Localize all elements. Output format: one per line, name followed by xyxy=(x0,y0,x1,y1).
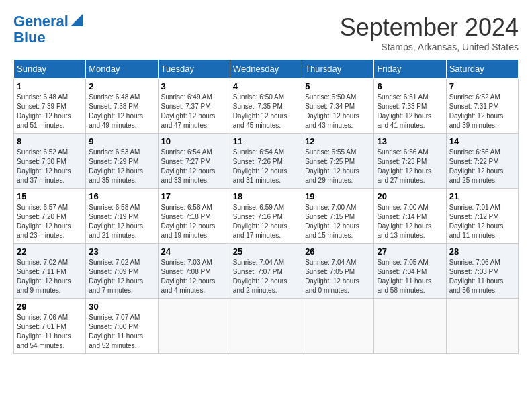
day-number: 22 xyxy=(17,246,83,257)
day-number: 2 xyxy=(89,81,154,91)
table-row xyxy=(374,299,446,354)
day-info: Sunrise: 6:56 AM Sunset: 7:23 PM Dayligh… xyxy=(377,148,443,185)
table-row: 20Sunrise: 7:00 AM Sunset: 7:14 PM Dayli… xyxy=(374,189,446,244)
day-info: Sunrise: 6:48 AM Sunset: 7:38 PM Dayligh… xyxy=(89,93,154,130)
day-number: 26 xyxy=(305,246,371,257)
day-number: 13 xyxy=(377,136,443,146)
day-number: 30 xyxy=(89,302,154,312)
day-number: 16 xyxy=(89,191,154,201)
col-saturday: Saturday xyxy=(446,60,518,79)
day-info: Sunrise: 6:50 AM Sunset: 7:35 PM Dayligh… xyxy=(233,93,299,130)
table-row: 21Sunrise: 7:01 AM Sunset: 7:12 PM Dayli… xyxy=(446,189,518,244)
col-tuesday: Tuesday xyxy=(158,60,230,79)
day-number: 14 xyxy=(449,136,515,146)
day-info: Sunrise: 6:59 AM Sunset: 7:16 PM Dayligh… xyxy=(233,203,299,240)
day-number: 29 xyxy=(17,302,83,312)
calendar-week-row: 15Sunrise: 6:57 AM Sunset: 7:20 PM Dayli… xyxy=(14,189,519,244)
day-info: Sunrise: 6:55 AM Sunset: 7:25 PM Dayligh… xyxy=(305,148,371,185)
day-number: 9 xyxy=(89,136,154,146)
day-info: Sunrise: 7:02 AM Sunset: 7:09 PM Dayligh… xyxy=(89,258,154,295)
table-row: 1Sunrise: 6:48 AM Sunset: 7:39 PM Daylig… xyxy=(14,79,86,134)
logo: General Blue xyxy=(13,13,83,46)
table-row: 14Sunrise: 6:56 AM Sunset: 7:22 PM Dayli… xyxy=(446,134,518,189)
month-title: September 2024 xyxy=(340,13,519,42)
table-row: 15Sunrise: 6:57 AM Sunset: 7:20 PM Dayli… xyxy=(14,189,86,244)
day-info: Sunrise: 6:52 AM Sunset: 7:30 PM Dayligh… xyxy=(17,148,83,185)
day-number: 3 xyxy=(161,81,227,91)
table-row: 25Sunrise: 7:04 AM Sunset: 7:07 PM Dayli… xyxy=(230,244,302,299)
day-number: 11 xyxy=(233,136,299,146)
table-row: 2Sunrise: 6:48 AM Sunset: 7:38 PM Daylig… xyxy=(86,79,158,134)
day-info: Sunrise: 7:03 AM Sunset: 7:08 PM Dayligh… xyxy=(161,258,227,295)
col-thursday: Thursday xyxy=(302,60,374,79)
day-info: Sunrise: 7:06 AM Sunset: 7:01 PM Dayligh… xyxy=(17,313,83,351)
table-row: 11Sunrise: 6:54 AM Sunset: 7:26 PM Dayli… xyxy=(230,134,302,189)
table-row: 8Sunrise: 6:52 AM Sunset: 7:30 PM Daylig… xyxy=(14,134,86,189)
day-info: Sunrise: 7:00 AM Sunset: 7:14 PM Dayligh… xyxy=(377,203,443,240)
logo-text: General xyxy=(13,13,69,30)
table-row: 6Sunrise: 6:51 AM Sunset: 7:33 PM Daylig… xyxy=(374,79,446,134)
logo-general: General xyxy=(13,13,69,30)
day-info: Sunrise: 6:50 AM Sunset: 7:34 PM Dayligh… xyxy=(305,93,371,130)
table-row: 9Sunrise: 6:53 AM Sunset: 7:29 PM Daylig… xyxy=(86,134,158,189)
day-info: Sunrise: 7:04 AM Sunset: 7:07 PM Dayligh… xyxy=(233,258,299,295)
svg-marker-0 xyxy=(71,14,83,26)
calendar-week-row: 1Sunrise: 6:48 AM Sunset: 7:39 PM Daylig… xyxy=(14,79,519,134)
table-row xyxy=(302,299,374,354)
table-row: 4Sunrise: 6:50 AM Sunset: 7:35 PM Daylig… xyxy=(230,79,302,134)
day-info: Sunrise: 6:53 AM Sunset: 7:29 PM Dayligh… xyxy=(89,148,154,185)
day-number: 15 xyxy=(17,191,83,201)
day-info: Sunrise: 6:51 AM Sunset: 7:33 PM Dayligh… xyxy=(377,93,443,130)
table-row xyxy=(446,299,518,354)
calendar-table: Sunday Monday Tuesday Wednesday Thursday… xyxy=(13,59,519,354)
table-row: 16Sunrise: 6:58 AM Sunset: 7:19 PM Dayli… xyxy=(86,189,158,244)
day-number: 23 xyxy=(89,246,154,257)
table-row: 27Sunrise: 7:05 AM Sunset: 7:04 PM Dayli… xyxy=(374,244,446,299)
day-number: 24 xyxy=(161,246,227,257)
day-info: Sunrise: 7:02 AM Sunset: 7:11 PM Dayligh… xyxy=(17,258,83,295)
day-info: Sunrise: 6:54 AM Sunset: 7:27 PM Dayligh… xyxy=(161,148,227,185)
day-info: Sunrise: 6:54 AM Sunset: 7:26 PM Dayligh… xyxy=(233,148,299,185)
location-subtitle: Stamps, Arkansas, United States xyxy=(340,42,519,52)
day-number: 18 xyxy=(233,191,299,201)
day-number: 10 xyxy=(161,136,227,146)
col-monday: Monday xyxy=(86,60,158,79)
day-info: Sunrise: 6:57 AM Sunset: 7:20 PM Dayligh… xyxy=(17,203,83,240)
day-number: 25 xyxy=(233,246,299,257)
day-number: 20 xyxy=(377,191,443,201)
day-number: 19 xyxy=(305,191,371,201)
day-number: 17 xyxy=(161,191,227,201)
logo-blue: Blue xyxy=(13,29,46,46)
table-row: 24Sunrise: 7:03 AM Sunset: 7:08 PM Dayli… xyxy=(158,244,230,299)
day-info: Sunrise: 6:49 AM Sunset: 7:37 PM Dayligh… xyxy=(161,93,227,130)
table-row: 13Sunrise: 6:56 AM Sunset: 7:23 PM Dayli… xyxy=(374,134,446,189)
title-block: September 2024 Stamps, Arkansas, United … xyxy=(340,13,519,52)
table-row: 17Sunrise: 6:58 AM Sunset: 7:18 PM Dayli… xyxy=(158,189,230,244)
day-info: Sunrise: 7:00 AM Sunset: 7:15 PM Dayligh… xyxy=(305,203,371,240)
day-info: Sunrise: 7:07 AM Sunset: 7:00 PM Dayligh… xyxy=(89,313,154,351)
logo-triangle-icon xyxy=(71,14,83,26)
day-number: 5 xyxy=(305,81,371,91)
day-number: 21 xyxy=(449,191,515,201)
day-number: 1 xyxy=(17,81,83,91)
table-row: 26Sunrise: 7:04 AM Sunset: 7:05 PM Dayli… xyxy=(302,244,374,299)
page-header: General Blue September 2024 Stamps, Arka… xyxy=(13,13,519,52)
day-number: 12 xyxy=(305,136,371,146)
table-row: 23Sunrise: 7:02 AM Sunset: 7:09 PM Dayli… xyxy=(86,244,158,299)
table-row: 5Sunrise: 6:50 AM Sunset: 7:34 PM Daylig… xyxy=(302,79,374,134)
table-row: 19Sunrise: 7:00 AM Sunset: 7:15 PM Dayli… xyxy=(302,189,374,244)
col-sunday: Sunday xyxy=(14,60,86,79)
day-info: Sunrise: 7:01 AM Sunset: 7:12 PM Dayligh… xyxy=(449,203,515,240)
calendar-week-row: 22Sunrise: 7:02 AM Sunset: 7:11 PM Dayli… xyxy=(14,244,519,299)
day-info: Sunrise: 7:06 AM Sunset: 7:03 PM Dayligh… xyxy=(449,258,515,295)
table-row: 7Sunrise: 6:52 AM Sunset: 7:31 PM Daylig… xyxy=(446,79,518,134)
table-row: 3Sunrise: 6:49 AM Sunset: 7:37 PM Daylig… xyxy=(158,79,230,134)
table-row: 22Sunrise: 7:02 AM Sunset: 7:11 PM Dayli… xyxy=(14,244,86,299)
day-number: 28 xyxy=(449,246,515,257)
col-wednesday: Wednesday xyxy=(230,60,302,79)
day-number: 7 xyxy=(449,81,515,91)
table-row: 28Sunrise: 7:06 AM Sunset: 7:03 PM Dayli… xyxy=(446,244,518,299)
table-row: 29Sunrise: 7:06 AM Sunset: 7:01 PM Dayli… xyxy=(14,299,86,354)
day-info: Sunrise: 6:52 AM Sunset: 7:31 PM Dayligh… xyxy=(449,93,515,130)
day-number: 6 xyxy=(377,81,443,91)
